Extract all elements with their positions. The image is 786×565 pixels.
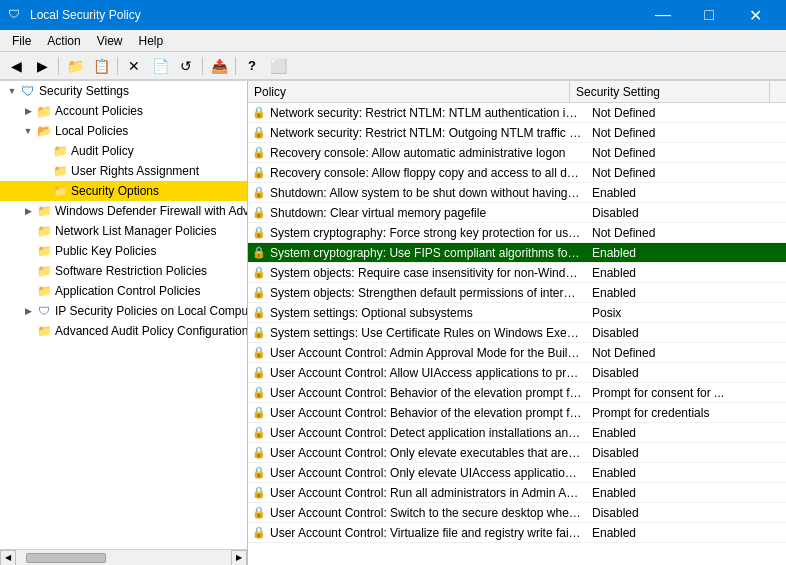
tree-label-account-policies: Account Policies [55,104,143,118]
folder-icon: 📁 [36,323,52,339]
main-container: ▼ 🛡 Security Settings ▶ 📁 Account Polici… [0,80,786,565]
policy-row[interactable]: 🔒User Account Control: Behavior of the e… [248,383,786,403]
policy-row[interactable]: 🔒Network security: Restrict NTLM: Outgoi… [248,123,786,143]
tree-label-ip-security: IP Security Policies on Local Compute... [55,304,247,318]
policy-row[interactable]: 🔒System cryptography: Force strong key p… [248,223,786,243]
policy-name: System objects: Require case insensitivi… [270,266,586,280]
window-title: Local Security Policy [30,8,640,22]
policy-row[interactable]: 🔒Network security: Restrict NTLM: NTLM a… [248,103,786,123]
policy-setting: Not Defined [586,146,786,160]
delete-button[interactable]: ✕ [122,55,146,77]
minimize-button[interactable]: — [640,0,686,30]
policy-icon: 🔒 [248,283,270,303]
policy-name: Shutdown: Clear virtual memory pagefile [270,206,586,220]
policy-icon: 🔒 [248,483,270,503]
help-button[interactable]: ? [240,55,264,77]
policy-setting: Posix [586,306,786,320]
setting-column-header[interactable]: Security Setting [570,81,770,102]
scroll-right-button[interactable]: ▶ [231,550,247,566]
maximize-button[interactable]: □ [686,0,732,30]
policy-row[interactable]: 🔒System settings: Use Certificate Rules … [248,323,786,343]
folder-icon: 📁 [52,163,68,179]
menu-file[interactable]: File [4,30,39,52]
policy-name: User Account Control: Behavior of the el… [270,386,586,400]
tree-label-security-settings: Security Settings [39,84,129,98]
toolbar-separator-4 [235,57,236,75]
menu-action[interactable]: Action [39,30,88,52]
right-panel: Policy Security Setting 🔒Network securit… [248,81,786,565]
expand-icon: ▶ [20,103,36,119]
more-button[interactable]: ⬜ [266,55,290,77]
policy-row[interactable]: 🔒System cryptography: Use FIPS compliant… [248,243,786,263]
expand-icon: ▶ [20,303,36,319]
tree-view[interactable]: ▼ 🛡 Security Settings ▶ 📁 Account Polici… [0,81,247,549]
policy-row[interactable]: 🔒Recovery console: Allow floppy copy and… [248,163,786,183]
tree-item-ip-security[interactable]: ▶ 🛡 IP Security Policies on Local Comput… [0,301,247,321]
expand-icon [20,263,36,279]
policy-row[interactable]: 🔒User Account Control: Virtualize file a… [248,523,786,543]
refresh-button[interactable]: ↺ [174,55,198,77]
tree-item-account-policies[interactable]: ▶ 📁 Account Policies [0,101,247,121]
tree-label-audit-policy: Audit Policy [71,144,134,158]
policy-list[interactable]: 🔒Network security: Restrict NTLM: NTLM a… [248,103,786,565]
policy-row[interactable]: 🔒Shutdown: Clear virtual memory pagefile… [248,203,786,223]
menu-view[interactable]: View [89,30,131,52]
policy-setting: Prompt for credentials [586,406,786,420]
policy-row[interactable]: 🔒User Account Control: Allow UIAccess ap… [248,363,786,383]
policy-name: Shutdown: Allow system to be shut down w… [270,186,586,200]
close-button[interactable]: ✕ [732,0,778,30]
tree-item-public-key[interactable]: 📁 Public Key Policies [0,241,247,261]
folder-icon: 📁 [36,283,52,299]
folder-icon: 📁 [52,143,68,159]
policy-icon: 🔒 [248,323,270,343]
folder-icon: 📁 [52,183,68,199]
properties-button[interactable]: 📄 [148,55,172,77]
policy-setting: Enabled [586,486,786,500]
tree-item-application-control[interactable]: 📁 Application Control Policies [0,281,247,301]
policy-row[interactable]: 🔒System settings: Optional subsystemsPos… [248,303,786,323]
expand-icon [20,243,36,259]
tree-item-security-settings[interactable]: ▼ 🛡 Security Settings [0,81,247,101]
policy-icon: 🔒 [248,223,270,243]
menu-help[interactable]: Help [131,30,172,52]
scrollbar-thumb[interactable] [26,553,106,563]
policy-row[interactable]: 🔒User Account Control: Run all administr… [248,483,786,503]
policy-row[interactable]: 🔒Recovery console: Allow automatic admin… [248,143,786,163]
policy-row[interactable]: 🔒User Account Control: Detect applicatio… [248,423,786,443]
folder-button[interactable]: 📁 [63,55,87,77]
policy-name: User Account Control: Switch to the secu… [270,506,586,520]
policy-icon: 🔒 [248,463,270,483]
export-button[interactable]: 📤 [207,55,231,77]
policy-name: Recovery console: Allow floppy copy and … [270,166,586,180]
tree-item-advanced-audit[interactable]: 📁 Advanced Audit Policy Configuration [0,321,247,341]
policy-row[interactable]: 🔒User Account Control: Behavior of the e… [248,403,786,423]
policy-column-header[interactable]: Policy [248,81,570,102]
back-button[interactable]: ◀ [4,55,28,77]
policy-name: User Account Control: Only elevate execu… [270,446,586,460]
tree-button[interactable]: 📋 [89,55,113,77]
tree-label-software-restriction: Software Restriction Policies [55,264,207,278]
tree-label-network-list: Network List Manager Policies [55,224,216,238]
tree-item-windows-firewall[interactable]: ▶ 📁 Windows Defender Firewall with Adva.… [0,201,247,221]
tree-label-advanced-audit: Advanced Audit Policy Configuration [55,324,247,338]
policy-row[interactable]: 🔒User Account Control: Switch to the sec… [248,503,786,523]
tree-item-local-policies[interactable]: ▼ 📂 Local Policies [0,121,247,141]
scroll-left-button[interactable]: ◀ [0,550,16,566]
column-headers: Policy Security Setting [248,81,786,103]
policy-row[interactable]: 🔒User Account Control: Admin Approval Mo… [248,343,786,363]
policy-row[interactable]: 🔒User Account Control: Only elevate UIAc… [248,463,786,483]
policy-row[interactable]: 🔒System objects: Strengthen default perm… [248,283,786,303]
horizontal-scrollbar[interactable] [16,550,231,566]
policy-row[interactable]: 🔒System objects: Require case insensitiv… [248,263,786,283]
forward-button[interactable]: ▶ [30,55,54,77]
policy-row[interactable]: 🔒User Account Control: Only elevate exec… [248,443,786,463]
scrollbar-spacer [770,81,786,102]
policy-icon: 🔒 [248,263,270,283]
tree-item-software-restriction[interactable]: 📁 Software Restriction Policies [0,261,247,281]
tree-item-audit-policy[interactable]: 📁 Audit Policy [0,141,247,161]
tree-item-network-list[interactable]: 📁 Network List Manager Policies [0,221,247,241]
tree-label-security-options: Security Options [71,184,159,198]
policy-row[interactable]: 🔒Shutdown: Allow system to be shut down … [248,183,786,203]
tree-item-user-rights[interactable]: 📁 User Rights Assignment [0,161,247,181]
tree-item-security-options[interactable]: 📁 Security Options [0,181,247,201]
